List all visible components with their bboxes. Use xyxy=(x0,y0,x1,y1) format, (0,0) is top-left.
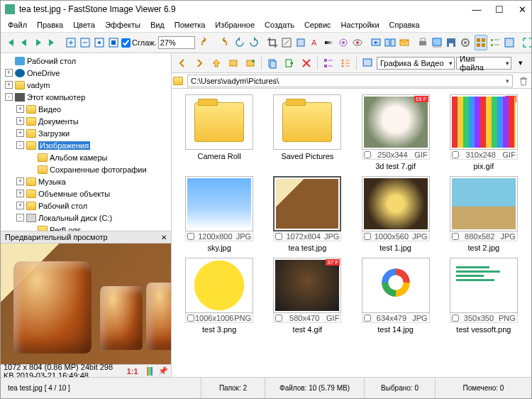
thumbnail[interactable]: 634x479JPGtest 14.jpg xyxy=(354,258,438,334)
sort-dir-icon[interactable]: ▾ xyxy=(513,55,528,71)
favorite-icon[interactable] xyxy=(226,55,241,71)
thumbnail[interactable]: 880x582JPGtest 2.jpg xyxy=(442,176,526,252)
histogram-icon[interactable] xyxy=(147,367,153,376)
thumb-checkbox[interactable] xyxy=(275,315,282,322)
text-icon[interactable]: A xyxy=(309,35,321,50)
menu-цвета[interactable]: Цвета xyxy=(69,19,99,31)
view-list-icon[interactable] xyxy=(489,35,501,50)
settings-icon[interactable] xyxy=(459,35,472,50)
tree-item[interactable]: +Документы xyxy=(2,115,170,127)
close-button[interactable]: ✕ xyxy=(517,4,527,14)
tree-item[interactable]: +Объемные объекты xyxy=(2,187,170,200)
move-icon[interactable] xyxy=(282,55,297,71)
tree-item[interactable]: Альбом камеры xyxy=(2,151,170,163)
print-icon[interactable] xyxy=(416,35,429,50)
slideshow-icon[interactable] xyxy=(370,35,382,50)
tree-item[interactable]: +Загрузки xyxy=(2,127,170,139)
tree-expander-icon[interactable]: + xyxy=(16,177,24,185)
sort-combo[interactable]: Имя файла xyxy=(456,57,511,70)
preview-close-icon[interactable]: ✕ xyxy=(161,234,167,241)
nav-last-icon[interactable] xyxy=(46,35,59,50)
filter-icon[interactable] xyxy=(360,55,375,71)
menu-эффекты[interactable]: Эффекты xyxy=(101,19,145,31)
forward-icon[interactable] xyxy=(192,55,207,71)
back-icon[interactable] xyxy=(174,55,190,71)
compare-icon[interactable] xyxy=(384,35,397,50)
tree-expander-icon[interactable]: + xyxy=(16,202,24,209)
tree-expander-icon[interactable]: + xyxy=(16,129,24,137)
zoom-minus-icon[interactable] xyxy=(79,35,92,50)
favorite2-icon[interactable] xyxy=(243,55,258,71)
menu-настройки[interactable]: Настройки xyxy=(337,19,384,31)
tree-item[interactable]: +vadym xyxy=(2,79,170,91)
thumb-checkbox[interactable] xyxy=(187,233,194,240)
tree-expander-icon[interactable]: + xyxy=(5,81,13,89)
thumb-checkbox[interactable] xyxy=(452,233,459,240)
menu-файл[interactable]: Файл xyxy=(4,19,31,31)
tree-expander-icon[interactable]: - xyxy=(16,214,24,222)
copy-icon[interactable] xyxy=(265,55,280,71)
resize-icon[interactable] xyxy=(280,35,293,50)
menu-избранное[interactable]: Избранное xyxy=(211,19,259,31)
email-icon[interactable] xyxy=(398,35,411,50)
thumbnail[interactable]: 1000x560JPGtest 1.jpg xyxy=(354,176,438,252)
menu-сервис[interactable]: Сервис xyxy=(300,19,336,31)
thumbnail[interactable]: 1006x1006PNGtest 3.png xyxy=(177,258,261,334)
tree-item[interactable]: +Видео xyxy=(2,103,170,115)
wallpaper-icon[interactable] xyxy=(431,35,443,50)
tree-expander-icon[interactable]: + xyxy=(16,117,24,125)
rotate-left-icon[interactable] xyxy=(233,35,246,50)
thumbnail[interactable]: 350x350PNGtest vessoft.png xyxy=(442,258,526,334)
thumb-checkbox[interactable] xyxy=(187,315,194,322)
canvas-icon[interactable] xyxy=(294,35,307,50)
tree-expander-icon[interactable]: - xyxy=(5,93,13,101)
nav-first-icon[interactable] xyxy=(4,35,16,50)
tree-item[interactable]: Рабочий стол xyxy=(2,55,170,67)
tree-expander-icon[interactable]: + xyxy=(16,105,24,113)
thumb-checkbox[interactable] xyxy=(364,151,371,158)
thumb-checkbox[interactable] xyxy=(452,151,459,158)
viewmode1-icon[interactable] xyxy=(321,55,336,71)
tree-expander-icon[interactable]: + xyxy=(16,190,24,197)
zoom-plus-icon[interactable] xyxy=(65,35,77,50)
save-icon[interactable] xyxy=(445,35,458,50)
pin-icon[interactable]: 📌 xyxy=(158,366,168,376)
tree-expander-icon[interactable]: - xyxy=(16,141,24,149)
path-input[interactable]: C:\Users\vadym\Pictures\ xyxy=(187,75,513,87)
tree-item[interactable]: -Этот компьютер xyxy=(2,91,170,103)
menu-создать[interactable]: Создать xyxy=(260,19,299,31)
thumbnail[interactable]: 37 F580x470GIFtest 4.gif xyxy=(265,258,349,334)
trash-icon[interactable] xyxy=(516,73,531,89)
crop-icon[interactable] xyxy=(266,35,279,50)
menu-пометка[interactable]: Пометка xyxy=(170,19,210,31)
rotate-right-icon[interactable] xyxy=(248,35,260,50)
folder-tree[interactable]: Рабочий стол+OneDrive+vadym-Этот компьют… xyxy=(1,53,171,231)
redeye-icon[interactable] xyxy=(351,35,364,50)
thumb-checkbox[interactable] xyxy=(275,233,282,240)
menu-вид[interactable]: Вид xyxy=(146,19,169,31)
zoom-fit-icon[interactable] xyxy=(107,35,120,50)
tree-item[interactable]: +Рабочий стол xyxy=(2,200,170,212)
thumbnail[interactable]: Camera Roll xyxy=(177,94,261,170)
thumbnail[interactable]: Saved Pictures xyxy=(265,94,349,170)
redo-icon[interactable] xyxy=(215,35,228,50)
tree-item[interactable]: -Изображения xyxy=(2,139,170,151)
thumb-checkbox[interactable] xyxy=(364,233,371,240)
preview-pane[interactable] xyxy=(1,244,171,364)
thumbnail-grid[interactable]: Camera RollSaved Pictures18 F250x344GIF3… xyxy=(172,89,531,377)
thumb-checkbox[interactable] xyxy=(452,315,459,322)
menu-справка[interactable]: Справка xyxy=(385,19,424,31)
tree-item[interactable]: Сохраненные фотографии xyxy=(2,163,170,175)
view-single-icon[interactable] xyxy=(503,35,516,50)
tree-item[interactable]: +OneDrive xyxy=(2,67,170,79)
zoom-combo[interactable] xyxy=(158,36,195,49)
tree-expander-icon[interactable]: + xyxy=(5,69,13,77)
tree-item[interactable]: -Локальный диск (C:) xyxy=(2,212,170,224)
menu-правка[interactable]: Правка xyxy=(33,19,67,31)
viewmode2-icon[interactable] xyxy=(338,55,353,71)
thumbnail[interactable]: 18 F250x344GIF3d test 7.gif xyxy=(354,94,438,170)
smooth-checkbox[interactable]: Сглаж. xyxy=(121,38,157,48)
thumb-checkbox[interactable] xyxy=(364,315,371,322)
up-icon[interactable] xyxy=(209,55,224,71)
thumbnail[interactable]: 1200x800JPGsky.jpg xyxy=(177,176,261,252)
